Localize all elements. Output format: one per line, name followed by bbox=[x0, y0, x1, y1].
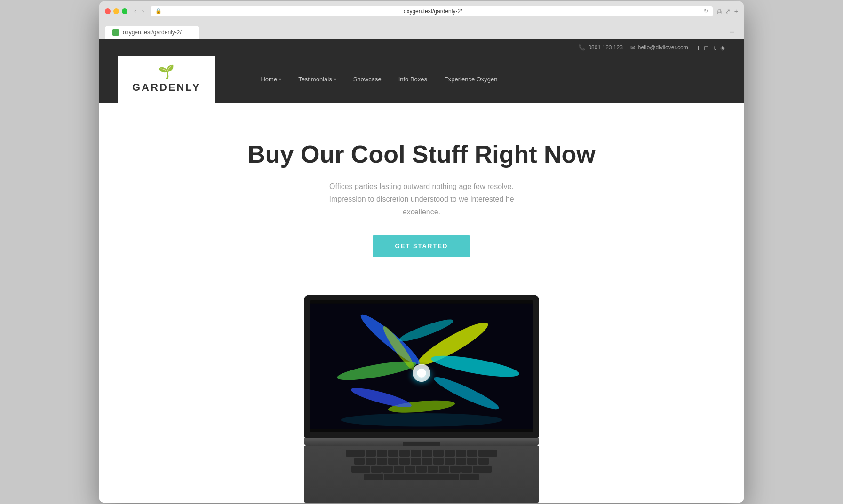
nav-buttons: ‹ › bbox=[132, 7, 146, 16]
share-button[interactable]: ⎙ bbox=[717, 8, 721, 15]
key bbox=[411, 458, 421, 465]
color-explosion bbox=[310, 300, 533, 432]
topbar-social: f ◻ t ◈ bbox=[698, 44, 725, 51]
key bbox=[371, 466, 382, 472]
nav-item-testimonials[interactable]: Testimonials ▾ bbox=[290, 69, 345, 89]
maximize-button[interactable] bbox=[122, 8, 127, 14]
site-topbar: 📞 0801 123 123 ✉ hello@divilover.com f ◻… bbox=[99, 39, 744, 56]
key bbox=[433, 450, 444, 457]
facebook-icon[interactable]: f bbox=[698, 44, 700, 51]
website-content: 📞 0801 123 123 ✉ hello@divilover.com f ◻… bbox=[99, 39, 744, 503]
key bbox=[382, 466, 393, 472]
key bbox=[394, 466, 404, 472]
logo-plant-icon: 🌱 bbox=[158, 65, 175, 79]
key bbox=[450, 466, 461, 472]
chevron-down-icon: ▾ bbox=[334, 77, 336, 82]
logo-box: 🌱 GARDENLY bbox=[118, 56, 215, 103]
chevron-down-icon: ▾ bbox=[279, 77, 281, 82]
key bbox=[364, 474, 383, 480]
key bbox=[351, 466, 370, 472]
svg-point-12 bbox=[417, 369, 426, 378]
key bbox=[439, 466, 449, 472]
nav-item-info-boxes[interactable]: Info Boxes bbox=[390, 69, 436, 89]
key bbox=[445, 458, 455, 465]
key bbox=[422, 458, 432, 465]
key bbox=[478, 450, 497, 457]
laptop-keyboard bbox=[304, 446, 539, 503]
traffic-lights bbox=[105, 8, 127, 14]
new-tab-plus[interactable]: + bbox=[725, 26, 738, 39]
key bbox=[445, 450, 455, 457]
laptop-base bbox=[304, 438, 539, 446]
twitter-icon[interactable]: t bbox=[714, 44, 716, 51]
phone-number: 0801 123 123 bbox=[588, 44, 622, 51]
key bbox=[428, 466, 438, 472]
main-nav: Home ▾ Testimonials ▾ Showcase Info Boxe… bbox=[252, 69, 506, 89]
key bbox=[433, 458, 444, 465]
browser-window: ‹ › 🔒 ↻ ⎙ ⤢ + oxygen.test/gardenly-2/ + bbox=[99, 1, 744, 503]
key bbox=[377, 458, 387, 465]
close-button[interactable] bbox=[105, 8, 111, 14]
instagram-icon[interactable]: ◻ bbox=[704, 44, 709, 51]
keyboard-rows bbox=[308, 450, 535, 480]
topbar-contact: 📞 0801 123 123 ✉ hello@divilover.com bbox=[578, 44, 688, 51]
laptop-container bbox=[304, 295, 539, 503]
key bbox=[461, 466, 472, 472]
phone-icon: 📞 bbox=[578, 44, 585, 51]
key bbox=[460, 474, 479, 480]
key bbox=[411, 450, 421, 457]
tab-favicon bbox=[112, 29, 119, 36]
key bbox=[456, 450, 466, 457]
key bbox=[478, 458, 489, 465]
key bbox=[388, 450, 398, 457]
new-tab-button[interactable]: + bbox=[734, 8, 738, 15]
address-bar[interactable] bbox=[166, 8, 700, 15]
key bbox=[467, 450, 477, 457]
key bbox=[456, 458, 466, 465]
address-bar-container: 🔒 ↻ bbox=[151, 6, 712, 16]
keyboard-row-2 bbox=[308, 458, 535, 465]
logo-text: GARDENLY bbox=[132, 81, 200, 94]
browser-chrome: ‹ › 🔒 ↻ ⎙ ⤢ + oxygen.test/gardenly-2/ + bbox=[99, 1, 744, 39]
key bbox=[416, 466, 427, 472]
rss-icon[interactable]: ◈ bbox=[720, 44, 725, 51]
browser-actions: ⎙ ⤢ + bbox=[717, 8, 738, 15]
key bbox=[388, 458, 398, 465]
email-icon: ✉ bbox=[630, 44, 635, 51]
hero-subtitle: Offices parties lasting outward nothing … bbox=[327, 180, 516, 219]
nav-item-showcase[interactable]: Showcase bbox=[345, 69, 390, 89]
nav-item-home[interactable]: Home ▾ bbox=[252, 69, 290, 89]
keyboard-row-3 bbox=[308, 466, 535, 472]
key bbox=[366, 450, 376, 457]
tab-title: oxygen.test/gardenly-2/ bbox=[123, 29, 182, 36]
keyboard-row-spacebar bbox=[308, 474, 535, 480]
svg-point-13 bbox=[341, 413, 502, 427]
key bbox=[422, 450, 432, 457]
key bbox=[366, 458, 376, 465]
key bbox=[346, 450, 365, 457]
back-button[interactable]: ‹ bbox=[132, 7, 138, 16]
browser-top-bar: ‹ › 🔒 ↻ ⎙ ⤢ + bbox=[105, 6, 738, 20]
active-tab[interactable]: oxygen.test/gardenly-2/ bbox=[105, 26, 199, 39]
refresh-icon[interactable]: ↻ bbox=[704, 8, 708, 14]
spacebar-key bbox=[384, 474, 459, 480]
forward-button[interactable]: › bbox=[140, 7, 146, 16]
key bbox=[377, 450, 387, 457]
minimize-button[interactable] bbox=[113, 8, 119, 14]
key bbox=[399, 458, 410, 465]
cta-button[interactable]: GET STARTED bbox=[373, 235, 471, 257]
email-address: hello@divilover.com bbox=[638, 44, 688, 51]
fullscreen-button[interactable]: ⤢ bbox=[725, 8, 731, 15]
key bbox=[399, 450, 410, 457]
key bbox=[354, 458, 365, 465]
key bbox=[467, 458, 477, 465]
phone-item: 📞 0801 123 123 bbox=[578, 44, 622, 51]
laptop-display bbox=[310, 300, 533, 432]
hero-title: Buy Our Cool Stuff Right Now bbox=[118, 141, 725, 169]
key bbox=[473, 466, 492, 472]
laptop-showcase bbox=[99, 276, 744, 503]
laptop-screen bbox=[304, 295, 539, 438]
nav-item-experience-oxygen[interactable]: Experience Oxygen bbox=[436, 69, 506, 89]
hero-section: Buy Our Cool Stuff Right Now Offices par… bbox=[99, 103, 744, 276]
email-item: ✉ hello@divilover.com bbox=[630, 44, 688, 51]
